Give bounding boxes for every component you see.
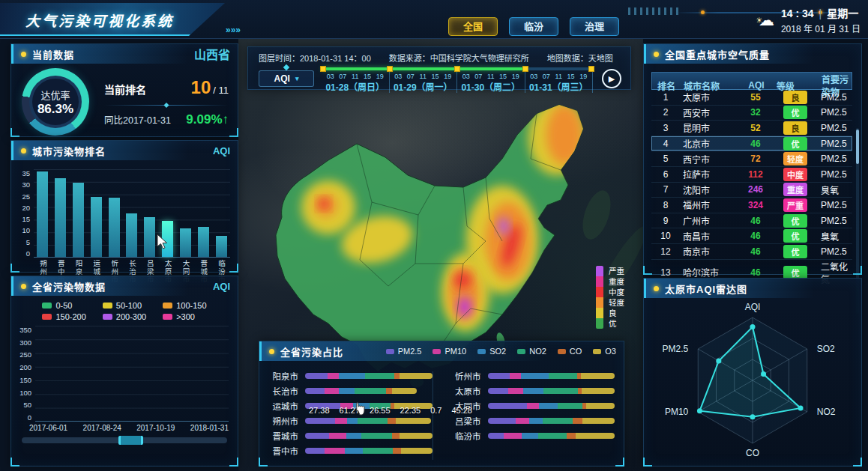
rank-label: 当前排名 bbox=[104, 82, 146, 97]
play-button[interactable]: ▶ bbox=[602, 69, 621, 88]
tooltip-value: 0.7 bbox=[430, 406, 441, 415]
radar-data-point[interactable] bbox=[798, 405, 804, 410]
table-row[interactable]: 8福州市324严重PM2.5 bbox=[651, 198, 852, 213]
stacked-bar[interactable] bbox=[488, 418, 615, 424]
city-label: 忻州市 bbox=[445, 370, 481, 382]
bar-segment-O3 bbox=[586, 403, 615, 409]
stacked-bar[interactable] bbox=[488, 433, 615, 439]
legend-swatch bbox=[517, 349, 525, 354]
layer-select-dropdown[interactable]: AQI ▾ bbox=[259, 70, 314, 87]
timeline-day[interactable]: 030711151901-28（周日） bbox=[322, 67, 390, 93]
stacked-bar[interactable] bbox=[305, 388, 417, 394]
city-label: 晋城市 bbox=[262, 430, 298, 442]
radar-data-point[interactable] bbox=[761, 371, 766, 377]
level-badge: 轻度 bbox=[783, 152, 807, 165]
bar-segment-SO2 bbox=[521, 373, 548, 379]
timeline-marker[interactable] bbox=[588, 66, 594, 72]
timeline-day[interactable]: 030711151901-30（周二） bbox=[457, 67, 525, 93]
city-bar bbox=[216, 236, 227, 257]
scrollbar-thumb[interactable] bbox=[856, 130, 859, 164]
y-tick-label: 100 bbox=[16, 389, 31, 397]
hour-tick: 03 bbox=[530, 73, 537, 80]
korea-landmass bbox=[577, 187, 615, 243]
table-row[interactable]: 9广州市46优PM2.5 bbox=[651, 213, 852, 229]
timeline-marker[interactable] bbox=[522, 66, 528, 72]
x-tick-label: 2017-10-19 bbox=[136, 424, 175, 432]
tab-全国[interactable]: 全国 bbox=[448, 17, 498, 36]
table-row[interactable]: 3昆明市52良PM2.5 bbox=[651, 121, 852, 136]
city-cell: 广州市 bbox=[680, 214, 738, 227]
rank-cell: 12 bbox=[651, 246, 680, 257]
rank-total: / 11 bbox=[213, 85, 229, 96]
bar-segment-CO bbox=[386, 388, 392, 394]
legend-label: NO2 bbox=[529, 347, 546, 356]
tab-治理[interactable]: 治理 bbox=[570, 17, 619, 36]
radar-data-point[interactable] bbox=[750, 324, 756, 329]
pollutant-cell: PM2.5 bbox=[818, 200, 852, 210]
timeline-day[interactable]: 030711151901-31（周三） bbox=[525, 67, 594, 93]
table-row[interactable]: 7沈阳市246重度臭氧 bbox=[651, 183, 852, 198]
timeline-marker[interactable] bbox=[454, 66, 460, 72]
table-row[interactable]: 5西宁市72轻度PM2.5 bbox=[651, 151, 852, 167]
table-row[interactable]: 12南京市46优PM2.5 bbox=[651, 244, 852, 260]
tab-临汾[interactable]: 临汾 bbox=[509, 17, 558, 36]
stacked-bar[interactable] bbox=[488, 373, 615, 379]
table-row[interactable]: 4北京市46优PM2.5 bbox=[651, 136, 852, 152]
y-tick-label: 10 bbox=[16, 226, 30, 234]
radar-data-point[interactable] bbox=[697, 408, 702, 413]
city-label: 长治市 bbox=[262, 385, 298, 397]
table-row[interactable]: 2西安市32优PM2.5 bbox=[651, 106, 852, 121]
city-bar bbox=[126, 213, 137, 258]
level-badge: 优 bbox=[783, 245, 807, 258]
timeline-marker[interactable] bbox=[320, 66, 326, 72]
basemap-label: 地图数据：天地图 bbox=[547, 52, 613, 64]
stacked-bar[interactable] bbox=[305, 418, 431, 424]
y-tick-label: 35 bbox=[16, 169, 30, 177]
x-axis: 2017-06-012017-08-242017-10-192018-01-31 bbox=[11, 422, 238, 432]
bar-segment-SO2 bbox=[346, 433, 361, 439]
table-row[interactable]: 13哈尔滨市46优二氧化氮 bbox=[651, 260, 852, 276]
stacked-bar[interactable] bbox=[305, 373, 433, 379]
legend-label: 200-300 bbox=[116, 312, 146, 321]
table-row[interactable]: 6拉萨市112中度PM2.5 bbox=[651, 167, 852, 183]
bar-segment-CO bbox=[394, 373, 400, 379]
stacked-bar[interactable] bbox=[305, 448, 433, 454]
city-bar bbox=[144, 217, 155, 257]
hour-tick: 07 bbox=[407, 73, 415, 80]
bar-plot bbox=[34, 169, 230, 258]
time-slider[interactable]: 030711151901-28（周日）030711151901-29（周一）03… bbox=[322, 67, 593, 93]
radar-data-point[interactable] bbox=[750, 414, 756, 419]
legend-label: 中度 bbox=[609, 287, 624, 297]
timeline-date: 01-29（周一） bbox=[390, 80, 457, 93]
data-source-label: 数据来源：中国科学院大气物理研究所 bbox=[389, 52, 529, 64]
stacked-bar[interactable] bbox=[305, 433, 433, 439]
aqi-cell: 46 bbox=[738, 139, 773, 149]
bar-segment-NO2 bbox=[543, 388, 578, 394]
aqi-radar-chart: AQISO2NO2COPM10PM2.5 bbox=[646, 300, 859, 464]
stacked-bar[interactable] bbox=[488, 388, 615, 394]
stacked-bar[interactable] bbox=[488, 403, 615, 409]
clock-time: 14 : 34 bbox=[781, 7, 814, 19]
pollutant-cell: PM2.5 bbox=[818, 216, 852, 226]
rank-cell: 7 bbox=[651, 184, 680, 195]
slider-thumb[interactable] bbox=[118, 436, 143, 445]
level-badge: 中度 bbox=[783, 168, 807, 181]
table-row[interactable]: 10南昌市46优臭氧 bbox=[651, 228, 852, 244]
legend-label: 优 bbox=[609, 318, 624, 329]
aqi-cell: 46 bbox=[738, 231, 773, 241]
legend-label: PM2.5 bbox=[398, 347, 422, 356]
timeline-day[interactable]: 030711151901-29（周一） bbox=[390, 67, 458, 93]
radar-data-point[interactable] bbox=[716, 358, 721, 363]
date-range-slider[interactable] bbox=[22, 437, 227, 443]
legend-label: O3 bbox=[605, 347, 616, 356]
bar-segment-PM10 bbox=[325, 388, 339, 394]
city-label: 吕梁市 bbox=[445, 415, 481, 427]
hour-tick: 19 bbox=[579, 73, 587, 80]
timeline-marker[interactable] bbox=[387, 66, 393, 72]
hour-tick: 19 bbox=[512, 73, 519, 80]
city-bar bbox=[73, 183, 84, 257]
rank-cell: 10 bbox=[651, 231, 680, 241]
table-row[interactable]: 1太原市55良PM2.5 bbox=[651, 90, 852, 106]
y-tick-label: 15 bbox=[16, 215, 30, 223]
city-cell: 拉萨市 bbox=[680, 168, 738, 180]
